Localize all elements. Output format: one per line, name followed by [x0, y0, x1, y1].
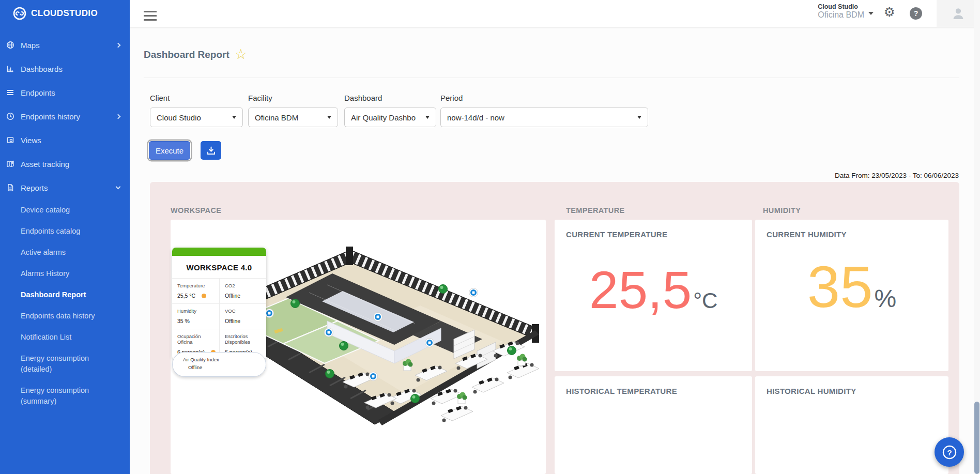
help-icon[interactable]: ?: [910, 7, 922, 20]
workspace-card: WORKSPACE 4.0 Temperature 25,5 °C CO2 Of…: [171, 220, 546, 474]
period-label: Period: [440, 94, 463, 102]
client-label: Client: [150, 94, 170, 102]
page-title: Dashboard Report ☆: [144, 49, 247, 60]
clock-icon: [6, 112, 14, 120]
sidebar-item-endpoints-data-history[interactable]: Endpoints data history: [0, 305, 121, 327]
sidebar-item-dashboards[interactable]: Dashboards: [0, 57, 130, 81]
caret-down-icon: [327, 116, 331, 119]
sidebar-item-maps[interactable]: Maps: [0, 33, 130, 57]
download-icon: [207, 146, 216, 155]
caret-down-icon: [868, 12, 874, 15]
document-icon: [6, 184, 14, 192]
dashboard-label: Dashboard: [344, 94, 382, 102]
air-quality-index-pill: Air Quality Index Offline: [172, 352, 266, 377]
avatar-icon: [951, 6, 966, 21]
scrollbar-thumb[interactable]: [974, 402, 979, 474]
globe-icon: [6, 41, 14, 49]
dashboard-report-canvas: WORKSPACE TEMPERATURE HUMIDITY: [150, 182, 959, 474]
app-window: CLOUDSTUDIO Maps Dashboards Endpoi: [0, 0, 980, 474]
scrollbar-track[interactable]: [974, 0, 980, 474]
air-quality-value: Offline: [188, 364, 266, 370]
metric-co2: CO2 Offline: [219, 279, 266, 303]
sidebar-item-label: Reports: [21, 184, 48, 192]
download-button[interactable]: [201, 141, 221, 160]
facility-name: Oficina BDM: [818, 10, 864, 20]
list-icon: [6, 88, 14, 97]
data-range-text: Data From: 23/05/2023 - To: 06/06/2023: [835, 172, 959, 179]
workspace-section-title: WORKSPACE: [171, 206, 221, 215]
current-humidity-label: CURRENT HUMIDITY: [767, 230, 847, 239]
historical-humidity-card: HISTORICAL HUMIDITY: [755, 376, 948, 474]
current-temperature-value: 25,5: [589, 260, 692, 320]
sidebar-item-endpoints-history[interactable]: Endpoints history: [0, 104, 130, 128]
current-temperature-card: CURRENT TEMPERATURE 25,5 °C: [555, 220, 752, 371]
metric-temperature: Temperature 25,5 °C: [172, 279, 219, 303]
sidebar-item-reports[interactable]: Reports: [0, 176, 130, 200]
favorite-star-icon[interactable]: ☆: [235, 49, 247, 60]
sidebar-item-label: Asset tracking: [21, 160, 69, 169]
historical-temperature-card: HISTORICAL TEMPERATURE: [555, 376, 752, 474]
chevron-right-icon: [116, 42, 121, 48]
air-quality-label: Air Quality Index: [183, 357, 266, 362]
top-header: Cloud Studio Oficina BDM ⚙ ?: [130, 0, 980, 27]
sidebar-nav: Maps Dashboards Endpoints Endpoints hi: [0, 33, 130, 412]
sidebar-item-asset-tracking[interactable]: Asset tracking: [0, 152, 130, 176]
warning-indicator-icon: [202, 294, 206, 298]
hamburger-menu-icon[interactable]: [144, 11, 157, 23]
sidebar: CLOUDSTUDIO Maps Dashboards Endpoi: [0, 0, 130, 474]
sidebar-item-dashboard-report[interactable]: Dashboard Report: [0, 284, 121, 305]
sidebar-item-notification-list[interactable]: Notification List: [0, 327, 121, 348]
sidebar-item-endpoints-catalog[interactable]: Endpoints catalog: [0, 221, 121, 242]
tenant-selector[interactable]: Cloud Studio Oficina BDM: [818, 3, 874, 20]
map-icon: [6, 160, 14, 168]
floating-help-button[interactable]: ?: [935, 437, 964, 467]
sidebar-item-label: Views: [21, 136, 41, 145]
caret-down-icon: [232, 116, 236, 119]
temperature-unit: °C: [693, 288, 717, 313]
chart-icon: [6, 65, 14, 73]
sidebar-item-label: Maps: [21, 41, 40, 50]
humidity-section-title: HUMIDITY: [763, 206, 801, 215]
sidebar-item-energy-consumption-summary[interactable]: Energy consumption (summary): [0, 380, 121, 412]
views-icon: [6, 136, 14, 144]
current-humidity-value: 35: [807, 253, 873, 320]
chevron-right-icon: [116, 114, 121, 119]
sidebar-item-energy-consumption-detailed[interactable]: Energy consumption (detailed): [0, 348, 121, 380]
brand-name: CLOUDSTUDIO: [31, 8, 98, 19]
sidebar-item-label: Dashboards: [21, 65, 63, 73]
sidebar-item-alarms-history[interactable]: Alarms History: [0, 263, 121, 284]
sidebar-item-label: Endpoints: [21, 88, 55, 97]
sidebar-item-device-catalog[interactable]: Device catalog: [0, 200, 121, 221]
help-icon: ?: [947, 448, 952, 456]
execute-button[interactable]: Execute: [149, 141, 190, 160]
current-humidity-card: CURRENT HUMIDITY 35 %: [755, 220, 948, 371]
brand-logo: CLOUDSTUDIO: [0, 0, 130, 20]
sidebar-item-active-alarms[interactable]: Active alarms: [0, 242, 121, 263]
cloudstudio-logo-icon: [13, 7, 26, 20]
sidebar-item-views[interactable]: Views: [0, 128, 130, 152]
workspace-card-green-bar: [172, 248, 266, 256]
workspace-card-title: WORKSPACE 4.0: [172, 256, 266, 278]
historical-temperature-label: HISTORICAL TEMPERATURE: [566, 387, 677, 395]
client-select[interactable]: Cloud Studio: [150, 108, 243, 127]
caret-down-icon: [637, 116, 641, 119]
workspace-metrics-card: WORKSPACE 4.0 Temperature 25,5 °C CO2 Of…: [172, 248, 266, 360]
divider: [144, 78, 959, 78]
facility-label: Facility: [248, 94, 272, 102]
dashboard-select[interactable]: Air Quality Dashbo: [344, 108, 436, 127]
sidebar-item-endpoints[interactable]: Endpoints: [0, 81, 130, 104]
gear-icon[interactable]: ⚙: [884, 6, 895, 19]
facility-select[interactable]: Oficina BDM: [248, 108, 338, 127]
sidebar-item-label: Endpoints history: [21, 112, 80, 121]
metric-humidity: Humidity 35 %: [172, 304, 219, 329]
humidity-unit: %: [875, 284, 897, 313]
current-temperature-label: CURRENT TEMPERATURE: [566, 230, 667, 239]
caret-down-icon: [425, 116, 430, 119]
chevron-down-icon: [116, 185, 121, 190]
historical-humidity-label: HISTORICAL HUMIDITY: [767, 387, 856, 395]
period-select[interactable]: now-14d/d - now: [440, 108, 648, 127]
metric-voc: VOC Offline: [219, 304, 266, 329]
tenant-name: Cloud Studio: [818, 3, 874, 10]
temperature-section-title: TEMPERATURE: [566, 206, 625, 215]
